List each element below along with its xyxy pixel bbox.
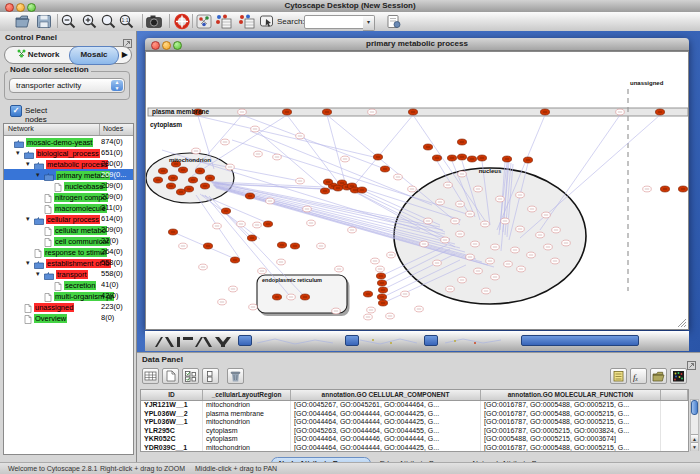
annotation-export-icon[interactable] xyxy=(237,13,255,30)
tree-row-cell-communicat[interactable]: cell communicat22(0) xyxy=(4,235,133,246)
tree-row-multi-organism-pro[interactable]: multi-organism pro42(0) xyxy=(4,290,133,301)
column-header-_cellularLayoutRegion[interactable]: _cellularLayoutRegion xyxy=(203,390,291,400)
new-attribute-icon[interactable] xyxy=(162,368,179,384)
column-header-annotation.GO CELLULAR_COMPONENT[interactable]: annotation.GO CELLULAR_COMPONENT xyxy=(291,390,481,400)
unselect-attributes-icon[interactable] xyxy=(202,368,219,384)
attribute-table-header[interactable]: ID_cellularLayoutRegionannotation.GO CEL… xyxy=(141,390,688,401)
select-nodes-checkbox[interactable]: ✓ xyxy=(10,105,22,117)
cell[interactable]: mitochondrion xyxy=(203,418,291,427)
attribute-table-icon[interactable] xyxy=(142,368,159,384)
network-graph[interactable]: plasma membranecytoplasmmitochondrionnuc… xyxy=(146,52,688,329)
color-attribute-dropdown[interactable]: transporter activity ▲▼ xyxy=(9,78,125,93)
cell[interactable]: [GO:0016787, GO:0005215, GO:0003824, G..… xyxy=(481,427,661,436)
tree-row-macromolecule[interactable]: macromolecule311(0) xyxy=(4,202,133,213)
tree-row-response-to-stimul[interactable]: response to stimul264(0) xyxy=(4,246,133,257)
annotation-import-icon[interactable] xyxy=(214,13,232,30)
search-dropdown-arrow[interactable]: ▾ xyxy=(363,15,375,31)
zoom-out-icon[interactable] xyxy=(60,13,78,30)
scroll-down-icon[interactable]: ▼ xyxy=(691,442,698,451)
cell[interactable]: [GO:0016787, GO:0005488, GO:0005215, G..… xyxy=(481,444,661,452)
cell[interactable]: [GO:0044464, GO:0044446, GO:0044444, G..… xyxy=(291,435,481,444)
tree-row-overview[interactable]: Overview8(0) xyxy=(4,312,133,323)
cell[interactable]: YJR121W__1 xyxy=(141,401,203,410)
expand-arrow-icon[interactable]: ▾ xyxy=(26,213,30,224)
expand-arrow-icon[interactable]: ▾ xyxy=(16,147,20,158)
cell[interactable]: cytoplasm xyxy=(203,435,291,444)
tab-mosaic[interactable]: Mosaic xyxy=(69,46,119,65)
zoom-in-icon[interactable] xyxy=(81,13,99,30)
tree-row-unassigned[interactable]: unassigned223(0) xyxy=(4,301,133,312)
cell[interactable]: [GO:0045267, GO:0045261, GO:0044464, G..… xyxy=(291,401,481,410)
tree-row-secretion[interactable]: secretion41(0) xyxy=(4,279,133,290)
network-canvas[interactable]: plasma membranecytoplasmmitochondrionnuc… xyxy=(145,51,689,330)
cell[interactable]: plasma membrane xyxy=(203,410,291,419)
column-header-ID[interactable]: ID xyxy=(141,390,203,400)
zoom-fit-icon[interactable]: 1:1 xyxy=(118,13,136,30)
cell[interactable]: [GO:0044464, GO:0044444, GO:0044425, G..… xyxy=(291,410,481,419)
network-close-button[interactable] xyxy=(151,41,160,50)
cell[interactable]: mitochondrion xyxy=(203,401,291,410)
tab-network[interactable]: Network xyxy=(7,47,69,63)
tree-row-metabolic-process[interactable]: ▾metabolic process280(0) xyxy=(4,158,133,169)
snapshot-icon[interactable] xyxy=(145,13,163,30)
network-overview-icon[interactable] xyxy=(195,13,213,30)
network-minimize-button[interactable] xyxy=(162,41,171,50)
tree-row-cellular-process[interactable]: ▾cellular process614(0) xyxy=(4,213,133,224)
search-input[interactable] xyxy=(304,15,364,29)
vizmapper-icon[interactable] xyxy=(258,13,276,30)
delete-attribute-icon[interactable] xyxy=(227,368,244,384)
help-ring-icon[interactable] xyxy=(173,13,191,30)
open-session-icon[interactable] xyxy=(14,13,32,30)
tree-row-nitrogen-compo[interactable]: nitrogen compo209(0) xyxy=(4,191,133,202)
search-config-icon[interactable] xyxy=(385,13,403,30)
tree-row-primary-metabo[interactable]: ▾primary metabo209(0... xyxy=(4,169,133,180)
cell[interactable]: YKR052C xyxy=(141,435,203,444)
expand-arrow-icon[interactable]: ▾ xyxy=(36,169,40,180)
cell[interactable]: YPL036W__2 xyxy=(141,410,203,419)
attribute-table[interactable]: ID_cellularLayoutRegionannotation.GO CEL… xyxy=(140,389,689,452)
tree-row-nucleobase-[interactable]: nucleobase-209(0) xyxy=(4,180,133,191)
zoom-button[interactable] xyxy=(27,3,36,12)
table-row-YPL036W__2[interactable]: YPL036W__2plasma membrane[GO:0044464, GO… xyxy=(141,410,688,419)
import-attributes-icon[interactable] xyxy=(650,368,667,384)
expand-arrow-icon[interactable]: ▾ xyxy=(36,268,40,279)
cell[interactable]: [GO:0016787, GO:0005488, GO:0005215, G..… xyxy=(481,410,661,419)
column-header-annotation.GO MOLECULAR_FUNCTION[interactable]: annotation.GO MOLECULAR_FUNCTION xyxy=(481,390,661,400)
cell[interactable]: [GO:0044464, GO:0044444, GO:0044425, G..… xyxy=(291,444,481,452)
table-row-YJR121W__1[interactable]: YJR121W__1mitochondrion[GO:0045267, GO:0… xyxy=(141,401,688,410)
cell[interactable]: [GO:0044464, GO:0044444, GO:0044425, G..… xyxy=(291,418,481,427)
function-builder-icon[interactable]: fₓ xyxy=(630,368,647,384)
table-scrollbar-thumb[interactable] xyxy=(691,400,698,415)
tree-row-transport[interactable]: ▾transport558(0) xyxy=(4,268,133,279)
save-session-icon[interactable] xyxy=(35,13,53,30)
cell[interactable]: [GO:0005488, GO:0005215, GO:0003674] xyxy=(481,435,661,444)
cell[interactable]: YPL036W__1 xyxy=(141,418,203,427)
column-header-blank[interactable] xyxy=(661,390,688,400)
network-view-window[interactable]: primary metabolic process plasma membran… xyxy=(145,38,689,330)
tree-row-cellular-metabo[interactable]: cellular metabo209(0) xyxy=(4,224,133,235)
zoom-selected-icon[interactable] xyxy=(100,13,118,30)
cell[interactable]: mitochondrion xyxy=(203,444,291,452)
attribute-list-icon[interactable] xyxy=(610,368,627,384)
tree-row-mosaic-demo-yeast[interactable]: mosaic-demo-yeast874(0) xyxy=(4,136,133,147)
tab-overflow-arrow[interactable]: ▶ xyxy=(122,50,128,59)
cell[interactable]: YLR295C xyxy=(141,427,203,436)
network-window-titlebar[interactable]: primary metabolic process xyxy=(145,38,689,51)
table-scrollbar[interactable]: ▲ ▼ xyxy=(690,399,699,451)
table-row-YPL036W__1[interactable]: YPL036W__1mitochondrion[GO:0044464, GO:0… xyxy=(141,418,688,427)
cell[interactable]: [GO:0045263, GO:0044464, GO:0044455, G..… xyxy=(291,427,481,436)
select-attributes-icon[interactable] xyxy=(182,368,199,384)
cell[interactable]: YDR039C__1 xyxy=(141,444,203,452)
network-zoom-button[interactable] xyxy=(173,41,182,50)
attribute-matrix-icon[interactable] xyxy=(670,368,687,384)
tree-row-biological-process[interactable]: ▾biological_process651(0) xyxy=(4,147,133,158)
expand-arrow-icon[interactable]: ▾ xyxy=(26,158,30,169)
close-button[interactable] xyxy=(5,3,14,12)
cell[interactable]: cytoplasm xyxy=(203,427,291,436)
minimize-button[interactable] xyxy=(16,3,25,12)
tree-row-establishment-of-lo[interactable]: ▾establishment of lo558(0) xyxy=(4,257,133,268)
table-row-YLR295C[interactable]: YLR295Ccytoplasm[GO:0045263, GO:0044464,… xyxy=(141,427,688,436)
expand-arrow-icon[interactable]: ▾ xyxy=(26,257,30,268)
table-row-YKR052C[interactable]: YKR052Ccytoplasm[GO:0044464, GO:0044446,… xyxy=(141,435,688,444)
table-row-YDR039C__1[interactable]: YDR039C__1mitochondrion[GO:0044464, GO:0… xyxy=(141,444,688,452)
